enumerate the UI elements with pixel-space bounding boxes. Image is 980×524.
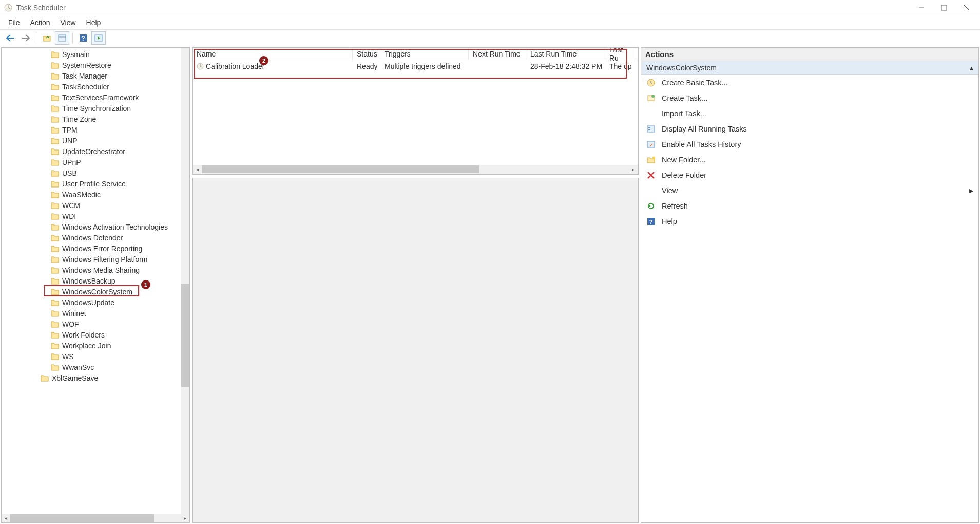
tree-horizontal-scrollbar[interactable]: ◂ ▸ [2, 514, 189, 522]
tree-item[interactable]: WindowsColorSystem [2, 286, 189, 297]
menu-help[interactable]: Help [81, 16, 106, 29]
run-button[interactable] [91, 31, 106, 45]
forward-button[interactable] [18, 31, 33, 45]
tree-item-label: USB [62, 169, 77, 177]
center-pane: Name Status Triggers Next Run Time Last … [192, 47, 639, 523]
action-import-task[interactable]: Import Task... [641, 106, 978, 121]
tree-item[interactable]: XblGameSave [2, 372, 189, 383]
tree-vertical-scrollbar[interactable] [181, 48, 189, 514]
tree-item[interactable]: WOF [2, 319, 189, 329]
action-label: Enable All Tasks History [662, 140, 741, 148]
action-label: Delete Folder [662, 171, 706, 179]
actions-pane: Actions WindowsColorSystem ▴ Create Basi… [641, 47, 979, 523]
tree-item-label: Windows Defender [62, 234, 123, 242]
col-status[interactable]: Status [353, 48, 380, 60]
action-label: Create Basic Task... [662, 79, 728, 87]
tree-item[interactable]: WindowsBackup [2, 275, 189, 286]
tree-item[interactable]: Time Synchronization [2, 103, 189, 114]
tree-vscroll-thumb[interactable] [181, 284, 189, 387]
tree-item[interactable]: Work Folders [2, 329, 189, 340]
folder-icon [51, 256, 59, 263]
tree-item[interactable]: Windows Filtering Platform [2, 254, 189, 265]
tree-item[interactable]: WDI [2, 211, 189, 221]
up-folder-button[interactable] [40, 31, 54, 45]
tree-item[interactable]: UNP [2, 135, 189, 146]
folder-icon [51, 310, 59, 317]
svg-rect-16 [648, 127, 650, 128]
tree-item[interactable]: UPnP [2, 157, 189, 167]
tree-item[interactable]: Windows Activation Technologies [2, 221, 189, 232]
back-button[interactable] [3, 31, 17, 45]
actions-context[interactable]: WindowsColorSystem ▴ [641, 61, 978, 75]
close-button[interactable] [962, 3, 972, 13]
tree-item-label: User Profile Service [62, 180, 126, 188]
tree-item[interactable]: SystemRestore [2, 60, 189, 70]
tree-item[interactable]: WwanSvc [2, 362, 189, 372]
tree-item-label: TextServicesFramework [62, 93, 139, 102]
tree-item[interactable]: Windows Error Reporting [2, 243, 189, 254]
col-last-result[interactable]: Last Ru [605, 48, 636, 60]
menu-file[interactable]: File [3, 16, 25, 29]
tree-item-label: UNP [62, 137, 78, 145]
folder-icon [51, 191, 59, 198]
col-triggers[interactable]: Triggers [380, 48, 469, 60]
task-detail-panel [192, 178, 639, 523]
action-new-folder[interactable]: New Folder... [641, 152, 978, 167]
tree-item[interactable]: WCM [2, 200, 189, 211]
maximize-button[interactable] [939, 3, 949, 13]
tree-item-label: WS [62, 352, 74, 361]
action-create-basic-task[interactable]: Create Basic Task... [641, 75, 978, 90]
action-display-running[interactable]: Display All Running Tasks [641, 121, 978, 137]
tree-item[interactable]: USB [2, 167, 189, 178]
tree-item[interactable]: Windows Defender [2, 232, 189, 243]
tree-item[interactable]: TextServicesFramework [2, 92, 189, 103]
folder-icon [51, 277, 59, 285]
list-horizontal-scrollbar[interactable]: ◂ ▸ [193, 165, 638, 174]
help-button[interactable]: ? [76, 31, 90, 45]
tree-item[interactable]: TPM [2, 124, 189, 135]
tree-item[interactable]: WaaSMedic [2, 189, 189, 200]
tree-item-label: Wininet [62, 309, 86, 317]
tree-item[interactable]: Time Zone [2, 114, 189, 124]
tree-hscroll-thumb[interactable] [10, 514, 154, 522]
svg-point-19 [652, 157, 655, 159]
tree-item[interactable]: Windows Media Sharing [2, 265, 189, 275]
col-next-run[interactable]: Next Run Time [469, 48, 526, 60]
action-delete-folder[interactable]: Delete Folder [641, 167, 978, 183]
col-name[interactable]: Name [193, 48, 353, 60]
tree-item-label: Windows Filtering Platform [62, 255, 148, 264]
tree-item[interactable]: Task Manager [2, 70, 189, 81]
action-label: New Folder... [662, 156, 705, 164]
folder-icon [51, 321, 59, 328]
tree-item[interactable]: Sysmain [2, 49, 189, 60]
tree-item[interactable]: Workplace Join [2, 340, 189, 351]
menu-action[interactable]: Action [25, 16, 55, 29]
list-hscroll-thumb[interactable] [202, 165, 479, 173]
list-hscroll-left[interactable]: ◂ [193, 165, 202, 174]
window-title: Task Scheduler [16, 4, 916, 12]
action-view[interactable]: View ▶ [641, 183, 978, 198]
refresh-icon [646, 201, 656, 211]
action-refresh[interactable]: Refresh [641, 198, 978, 214]
tree-hscroll-right[interactable]: ▸ [181, 514, 189, 522]
toolbar: ? [0, 30, 980, 46]
tree-item-label: WindowsUpdate [62, 298, 114, 307]
list-hscroll-right[interactable]: ▸ [629, 165, 638, 174]
tree-item[interactable]: UpdateOrchestrator [2, 146, 189, 157]
tree-hscroll-left[interactable]: ◂ [2, 514, 10, 522]
action-help[interactable]: ? Help [641, 214, 978, 229]
action-enable-history[interactable]: Enable All Tasks History [641, 137, 978, 152]
tree-item[interactable]: WindowsUpdate [2, 297, 189, 308]
properties-button[interactable] [55, 31, 69, 45]
minimize-button[interactable] [916, 3, 927, 13]
chevron-right-icon: ▶ [969, 188, 973, 194]
col-last-run[interactable]: Last Run Time [526, 48, 605, 60]
action-create-task[interactable]: Create Task... [641, 90, 978, 106]
menu-view[interactable]: View [55, 16, 81, 29]
folder-icon [51, 94, 59, 101]
tree-item[interactable]: TaskScheduler [2, 81, 189, 92]
tree-item[interactable]: Wininet [2, 308, 189, 319]
tree-item[interactable]: User Profile Service [2, 178, 189, 189]
tree-item[interactable]: WS [2, 351, 189, 362]
folder-icon [51, 83, 59, 90]
